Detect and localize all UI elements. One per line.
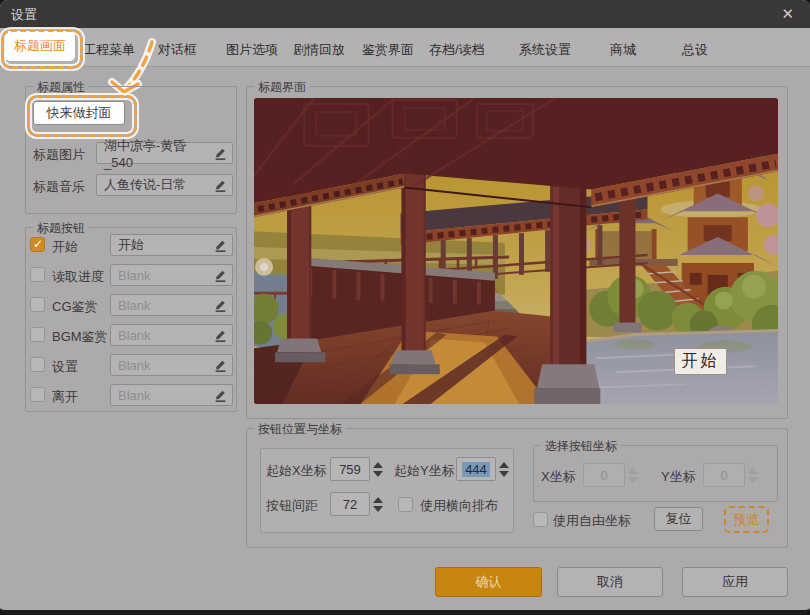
start-y-value: 444 [456, 457, 496, 481]
close-icon[interactable]: ✕ [777, 4, 798, 24]
checkbox-free-coordinates[interactable] [533, 512, 548, 527]
group-select-coordinates-label: 选择按钮坐标 [541, 438, 621, 455]
row-start-label: 开始 [52, 238, 78, 256]
horizontal-layout-label: 使用横向排布 [420, 497, 498, 515]
spinner-arrows[interactable] [370, 457, 386, 481]
title-image-field[interactable]: 湖中凉亭-黄昏_540 [96, 142, 233, 164]
title-image-value: 湖中凉亭-黄昏_540 [104, 137, 208, 170]
preview-button[interactable]: 预览 [724, 506, 769, 533]
window-title: 设置 [11, 6, 37, 24]
edit-pencil-icon[interactable] [213, 178, 228, 193]
title-image-label: 标题图片 [33, 146, 85, 164]
spinner-down-icon [628, 477, 638, 483]
row-cg-value: Blank [118, 298, 151, 313]
confirm-button[interactable]: 确认 [435, 567, 542, 597]
row-load-field[interactable]: Blank [110, 264, 233, 286]
tab-image-options[interactable]: 图片选项 [226, 41, 278, 59]
free-coordinates-label: 使用自由坐标 [553, 512, 631, 530]
cancel-button[interactable]: 取消 [557, 567, 663, 597]
edit-pencil-icon[interactable] [213, 268, 228, 283]
row-bgm-value: Blank [118, 328, 151, 343]
preview-start-button[interactable]: 开始 [674, 348, 727, 375]
group-title-preview-label: 标题界面 [254, 79, 310, 96]
tab-system-settings[interactable]: 系统设置 [519, 41, 571, 59]
group-title-buttons-label: 标题按钮 [33, 220, 89, 237]
reset-button[interactable]: 复位 [654, 507, 703, 531]
spinner-arrows [745, 463, 761, 487]
spinner-up-icon [748, 468, 758, 474]
spinner-up-icon[interactable] [373, 497, 383, 503]
title-bar: 设置 ✕ [0, 0, 810, 28]
row-exit-field[interactable]: Blank [110, 384, 233, 406]
spinner-arrows[interactable] [496, 457, 512, 481]
apply-button[interactable]: 应用 [682, 567, 788, 597]
edit-pencil-icon[interactable] [213, 238, 228, 253]
tab-title-screen[interactable]: 标题画面 [5, 31, 75, 61]
row-cg-field[interactable]: Blank [110, 294, 233, 316]
edit-pencil-icon[interactable] [213, 298, 228, 313]
spinner-up-icon[interactable] [499, 462, 509, 468]
select-x-spinner: 0 [583, 463, 641, 487]
spinner-down-icon[interactable] [373, 471, 383, 477]
spinner-arrows[interactable] [370, 492, 386, 516]
select-y-label: Y坐标 [661, 468, 696, 486]
tab-gallery-ui[interactable]: 鉴赏界面 [362, 41, 414, 59]
row-settings-field[interactable]: Blank [110, 354, 233, 376]
row-start-value: 开始 [118, 236, 144, 254]
tab-save-load[interactable]: 存档/读档 [429, 41, 485, 59]
title-music-label: 标题音乐 [33, 178, 85, 196]
spacing-label: 按钮间距 [266, 497, 318, 515]
spacing-value: 72 [330, 492, 370, 516]
row-cg-label: CG鉴赏 [52, 298, 98, 316]
spinner-arrows [625, 463, 641, 487]
select-y-value: 0 [703, 463, 745, 487]
spinner-down-icon [748, 477, 758, 483]
select-x-value: 0 [583, 463, 625, 487]
row-settings-value: Blank [118, 358, 151, 373]
group-button-position-label: 按钮位置与坐标 [254, 421, 346, 438]
row-load-value: Blank [118, 268, 151, 283]
row-bgm-label: BGM鉴赏 [52, 328, 108, 346]
start-y-spinner[interactable]: 444 [456, 457, 512, 481]
row-settings-label: 设置 [52, 358, 78, 376]
tab-general[interactable]: 总设 [682, 41, 708, 59]
title-music-field[interactable]: 人鱼传说-日常 [96, 174, 233, 196]
edit-pencil-icon[interactable] [213, 358, 228, 373]
settings-dialog: 设置 ✕ 标题画面 工程菜单 对话框 图片选项 剧情回放 鉴赏界面 存档/读档 … [0, 0, 810, 615]
select-y-spinner: 0 [703, 463, 761, 487]
edit-pencil-icon[interactable] [213, 388, 228, 403]
start-x-label: 起始X坐标 [266, 462, 327, 480]
row-exit-label: 离开 [52, 388, 78, 406]
row-exit-value: Blank [118, 388, 151, 403]
checkbox-settings[interactable] [30, 357, 45, 372]
checkbox-horizontal-layout[interactable] [398, 497, 413, 512]
title-music-value: 人鱼传说-日常 [104, 176, 186, 194]
spinner-up-icon[interactable] [373, 462, 383, 468]
row-bgm-field[interactable]: Blank [110, 324, 233, 346]
tab-store[interactable]: 商城 [610, 41, 636, 59]
checkbox-load-progress[interactable] [30, 267, 45, 282]
spinner-up-icon [628, 468, 638, 474]
checkbox-cg-gallery[interactable] [30, 297, 45, 312]
group-title-properties-label: 标题属性 [33, 79, 89, 96]
start-x-spinner[interactable]: 759 [330, 457, 386, 481]
start-y-label: 起始Y坐标 [394, 462, 455, 480]
spinner-down-icon[interactable] [373, 506, 383, 512]
tab-story-replay[interactable]: 剧情回放 [293, 41, 345, 59]
start-x-value: 759 [330, 457, 370, 481]
spacing-spinner[interactable]: 72 [330, 492, 386, 516]
tab-bar: 标题画面 工程菜单 对话框 图片选项 剧情回放 鉴赏界面 存档/读档 系统设置 … [0, 28, 810, 67]
spinner-down-icon[interactable] [499, 471, 509, 477]
select-x-label: X坐标 [541, 468, 576, 486]
tab-project-menu[interactable]: 工程菜单 [83, 41, 135, 59]
edit-pencil-icon[interactable] [213, 146, 228, 161]
edit-pencil-icon[interactable] [213, 328, 228, 343]
title-preview-image: 开始 [254, 98, 778, 404]
checkbox-exit[interactable] [30, 387, 45, 402]
checkbox-start[interactable] [30, 237, 45, 252]
checkbox-bgm-gallery[interactable] [30, 327, 45, 342]
tab-dialog-box[interactable]: 对话框 [158, 41, 197, 59]
row-start-field[interactable]: 开始 [110, 234, 233, 256]
make-cover-button[interactable]: 快来做封面 [33, 101, 125, 125]
row-load-label: 读取进度 [52, 268, 104, 286]
